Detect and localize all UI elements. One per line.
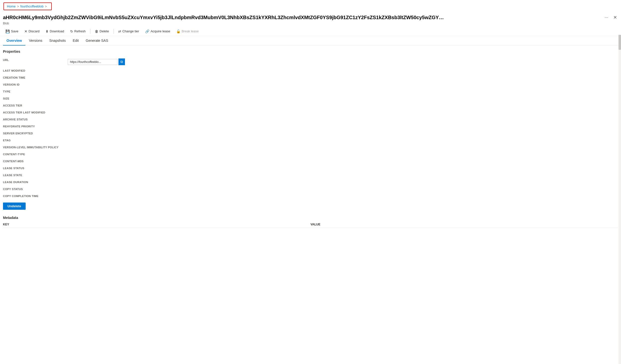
url-label: URL bbox=[3, 56, 68, 67]
access-tier-last-modified-value bbox=[68, 109, 618, 116]
rehydrate-priority-value bbox=[68, 123, 618, 130]
property-grid: URL ⧉ LAST MODIFIED CREATION TIME VERSIO… bbox=[3, 56, 618, 200]
toolbar: 💾 Save ✕ Discard ⬇ Download ↻ Refresh 🗑 … bbox=[0, 27, 621, 36]
more-button[interactable]: ··· bbox=[604, 14, 609, 21]
size-label: SIZE bbox=[3, 95, 68, 102]
delete-icon: 🗑 bbox=[95, 30, 98, 33]
creation-time-label: CREATION TIME bbox=[3, 74, 68, 81]
breadcrumb-separator-1: > bbox=[17, 5, 19, 8]
change-tier-button[interactable]: ⇄ Change tier bbox=[116, 28, 142, 34]
copy-completion-time-label: COPY COMPLETION TIME bbox=[3, 193, 68, 200]
rehydrate-priority-label: REHYDRATE PRIORITY bbox=[3, 123, 68, 130]
tab-versions[interactable]: Versions bbox=[25, 36, 46, 46]
lease-duration-value bbox=[68, 179, 618, 186]
page-title: aHR0cHM6Ly9mb3VydGhjb2ZmZWVibG9iLmNvbS5u… bbox=[3, 15, 444, 20]
toolbar-separator-2 bbox=[113, 29, 114, 34]
delete-button[interactable]: 🗑 Delete bbox=[92, 28, 112, 34]
url-input-wrapper: ⧉ bbox=[68, 58, 618, 65]
copy-completion-time-value bbox=[68, 193, 618, 200]
copy-status-label: COPY STATUS bbox=[3, 186, 68, 193]
version-immutability-label: VERSION-LEVEL IMMUTABILITY POLICY bbox=[3, 144, 68, 151]
break-lease-icon: 🔓 bbox=[176, 30, 180, 33]
refresh-button[interactable]: ↻ Refresh bbox=[68, 28, 88, 34]
discard-button[interactable]: ✕ Discard bbox=[22, 28, 42, 34]
discard-icon: ✕ bbox=[24, 30, 27, 33]
copy-url-button[interactable]: ⧉ bbox=[118, 58, 125, 65]
breadcrumb-container[interactable]: fourthcoffeeblob bbox=[20, 4, 44, 8]
type-value bbox=[68, 88, 618, 95]
scrollbar-track bbox=[619, 35, 621, 364]
tab-edit[interactable]: Edit bbox=[69, 36, 82, 46]
version-id-value bbox=[68, 81, 618, 88]
metadata-section-title: Metadata bbox=[3, 216, 618, 220]
server-encrypted-label: SERVER ENCRYPTED bbox=[3, 130, 68, 137]
scrollbar-thumb[interactable] bbox=[619, 35, 621, 50]
title-actions: ··· ✕ bbox=[604, 14, 618, 21]
tab-overview[interactable]: Overview bbox=[3, 36, 25, 46]
acquire-lease-button[interactable]: 🔗 Acquire lease bbox=[143, 28, 173, 34]
copy-icon: ⧉ bbox=[120, 60, 123, 64]
access-tier-last-modified-label: ACCESS TIER LAST MODIFIED bbox=[3, 109, 68, 116]
blob-type-label: Blob bbox=[0, 22, 621, 27]
server-encrypted-value bbox=[68, 130, 618, 137]
last-modified-value bbox=[68, 67, 618, 74]
download-button[interactable]: ⬇ Download bbox=[43, 28, 67, 34]
url-value: ⧉ bbox=[68, 56, 618, 67]
content-area: Properties URL ⧉ LAST MODIFIED CREATION … bbox=[0, 46, 621, 364]
access-tier-value bbox=[68, 102, 618, 109]
toolbar-separator-1 bbox=[90, 29, 90, 34]
last-modified-label: LAST MODIFIED bbox=[3, 67, 68, 74]
acquire-lease-icon: 🔗 bbox=[145, 30, 149, 33]
tabs-bar: Overview Versions Snapshots Edit Generat… bbox=[0, 36, 621, 46]
title-bar: aHR0cHM6Ly9mb3VydGhjb2ZmZWVibG9iLmNvbS5u… bbox=[0, 13, 621, 22]
save-button[interactable]: 💾 Save bbox=[3, 28, 21, 34]
breadcrumb: Home > fourthcoffeeblob > bbox=[3, 2, 52, 10]
properties-section-title: Properties bbox=[3, 50, 618, 53]
lease-status-value bbox=[68, 165, 618, 172]
content-md5-value bbox=[68, 158, 618, 165]
metadata-headers: Key Value bbox=[3, 223, 618, 228]
content-type-label: CONTENT-TYPE bbox=[3, 151, 68, 158]
tab-generate-sas[interactable]: Generate SAS bbox=[82, 36, 112, 46]
archive-status-label: ARCHIVE STATUS bbox=[3, 116, 68, 123]
url-input[interactable] bbox=[68, 59, 117, 65]
save-icon: 💾 bbox=[5, 30, 10, 33]
etag-value bbox=[68, 137, 618, 144]
version-id-label: VERSION ID bbox=[3, 81, 68, 88]
copy-status-value bbox=[68, 186, 618, 193]
type-label: TYPE bbox=[3, 88, 68, 95]
download-icon: ⬇ bbox=[46, 30, 49, 33]
lease-state-label: LEASE STATE bbox=[3, 172, 68, 179]
metadata-value-header: Value bbox=[311, 223, 618, 226]
content-type-value bbox=[68, 151, 618, 158]
lease-duration-label: LEASE DURATION bbox=[3, 179, 68, 186]
breadcrumb-home[interactable]: Home bbox=[7, 4, 16, 8]
close-icon: ✕ bbox=[613, 15, 617, 20]
tab-snapshots[interactable]: Snapshots bbox=[46, 36, 69, 46]
archive-status-value bbox=[68, 116, 618, 123]
creation-time-value bbox=[68, 74, 618, 81]
lease-state-value bbox=[68, 172, 618, 179]
metadata-key-header: Key bbox=[3, 223, 311, 226]
refresh-icon: ↻ bbox=[70, 30, 73, 33]
more-icon: ··· bbox=[605, 15, 608, 20]
content-md5-label: CONTENT-MD5 bbox=[3, 158, 68, 165]
breadcrumb-separator-2: > bbox=[45, 5, 47, 8]
etag-label: ETAG bbox=[3, 137, 68, 144]
size-value bbox=[68, 95, 618, 102]
metadata-section: Metadata Key Value bbox=[3, 216, 618, 228]
access-tier-label: ACCESS TIER bbox=[3, 102, 68, 109]
lease-status-label: LEASE STATUS bbox=[3, 165, 68, 172]
undelete-button[interactable]: Undelete bbox=[3, 203, 26, 210]
close-button[interactable]: ✕ bbox=[612, 14, 618, 21]
break-lease-button[interactable]: 🔓 Break lease bbox=[174, 28, 201, 34]
change-tier-icon: ⇄ bbox=[118, 30, 121, 33]
version-immutability-value bbox=[68, 144, 618, 151]
